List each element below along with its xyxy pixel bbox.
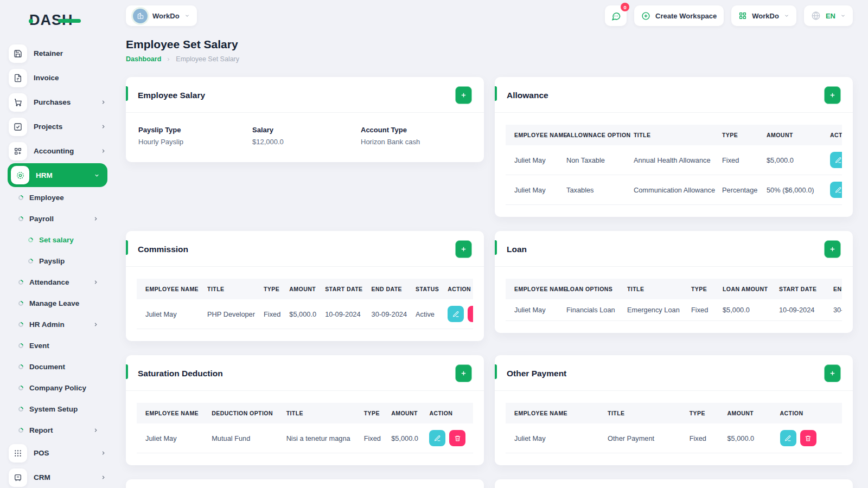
cell: 30-09-2024 — [829, 299, 842, 321]
field-label: Account Type — [361, 126, 472, 134]
brand-logo[interactable]: DASH — [0, 8, 115, 33]
language-selector[interactable]: EN — [804, 5, 853, 26]
brand-logo-text: DASH — [29, 12, 73, 29]
topbar: WorkDo 0 Create Workspace WorkDo — [126, 0, 853, 26]
cell: Communication Allowance — [629, 175, 718, 205]
field-value: $12,000.0 — [252, 138, 361, 146]
commission-card: Commission Employee Name Title Type Amou… — [126, 231, 484, 341]
bullet-icon — [17, 215, 24, 222]
cell: Annual Health Allowance — [629, 145, 718, 175]
edit-button[interactable] — [780, 430, 796, 446]
cell: 30-09-2024 — [367, 299, 411, 329]
cell: Fixed — [259, 299, 285, 329]
chevron-right-icon — [100, 148, 106, 154]
add-employee-salary-button[interactable] — [455, 86, 472, 104]
edit-button[interactable] — [830, 152, 842, 168]
workspace-name: WorkDo — [152, 12, 180, 20]
add-other-payment-button[interactable] — [824, 364, 841, 382]
edit-button[interactable] — [830, 182, 842, 198]
account-type-field: Account Type Horizon Bank cash — [361, 126, 472, 146]
card-title: Saturation Deduction — [138, 369, 223, 378]
sidebar-item-retainer[interactable]: Retainer — [0, 41, 115, 66]
sidebar-item-projects[interactable]: Projects — [0, 114, 115, 139]
bullet-icon — [17, 406, 24, 413]
table-row: Juliet May Other Payment Fixed $5,000.0 — [506, 423, 842, 453]
sidebar-menu: Retainer Invoice Purchases Projects Acco… — [0, 41, 115, 488]
col-header: Action — [826, 125, 842, 145]
payslip-type-field: Payslip Type Hourly Payslip — [138, 126, 252, 146]
col-header: End Date — [829, 279, 842, 299]
col-header: Amount — [285, 279, 321, 299]
sidebar-item-pos[interactable]: POS — [0, 441, 115, 465]
sidebar-item-label: POS — [34, 449, 49, 457]
field-value: Horizon Bank cash — [361, 138, 472, 146]
employee-salary-details: Payslip Type Hourly Payslip Salary $12,0… — [126, 113, 484, 162]
card-header: Saturation Deduction — [126, 355, 484, 391]
create-workspace-button[interactable]: Create Workspace — [634, 5, 724, 26]
sidebar-item-label: CRM — [34, 473, 50, 481]
add-allowance-button[interactable] — [824, 86, 841, 104]
delete-button[interactable] — [468, 306, 473, 322]
allowance-card: Allowance Employee Name Allownace Option… — [495, 77, 853, 217]
edit-button[interactable] — [448, 306, 464, 322]
delete-button[interactable] — [449, 430, 465, 446]
add-commission-button[interactable] — [455, 240, 472, 258]
sidebar-item-label: Document — [29, 363, 65, 371]
cards-grid: Employee Salary Payslip Type Hourly Pays… — [126, 77, 853, 488]
workspace-selector[interactable]: WorkDo — [126, 5, 197, 26]
overtime-card: Overtime — [126, 479, 484, 488]
cell: Juliet May — [506, 423, 603, 453]
sidebar-item-hr-admin[interactable]: HR Admin — [0, 314, 115, 335]
sidebar-item-manage-leave[interactable]: Manage Leave — [0, 293, 115, 314]
edit-button[interactable] — [429, 430, 445, 446]
sidebar-item-purchases[interactable]: Purchases — [0, 90, 115, 114]
sidebar-item-label: Employee — [29, 194, 64, 202]
sidebar-item-event[interactable]: Event — [0, 335, 115, 356]
workspace-dropdown[interactable]: WorkDo — [731, 5, 796, 26]
col-header: Type — [687, 279, 718, 299]
breadcrumb: Dashboard Employee Set Salary — [126, 55, 853, 63]
cell: 10-09-2024 — [321, 299, 367, 329]
loan-card: Loan Employee Name Loan Options Title Ty… — [495, 231, 853, 333]
field-value: Hourly Payslip — [138, 138, 252, 146]
sidebar-item-report[interactable]: Report — [0, 420, 115, 441]
grid-plus-icon — [9, 142, 27, 160]
table-row: Juliet May Taxables Communication Allowa… — [506, 175, 842, 205]
col-header: Start Date — [321, 279, 367, 299]
table-header-row: Employee Name Title Type Amount Action — [506, 403, 842, 423]
delete-button[interactable] — [800, 430, 816, 446]
sidebar-item-attendance[interactable]: Attendance — [0, 272, 115, 293]
sidebar-item-employee[interactable]: Employee — [0, 187, 115, 208]
add-loan-button[interactable] — [824, 240, 841, 258]
col-header: Deduction Option — [207, 403, 282, 423]
topbar-actions: 0 Create Workspace WorkDo EN — [605, 5, 853, 26]
sidebar-item-label: Accounting — [34, 147, 74, 155]
commission-table: Employee Name Title Type Amount Start Da… — [137, 279, 473, 329]
sidebar-item-company-policy[interactable]: Company Policy — [0, 377, 115, 399]
cell: $5,000.0 — [718, 299, 775, 321]
breadcrumb-dashboard-link[interactable]: Dashboard — [126, 55, 161, 63]
apps-grid-icon — [738, 11, 747, 20]
sidebar-item-system-setup[interactable]: System Setup — [0, 399, 115, 420]
cell: Other Payment — [603, 423, 685, 453]
floppy-disk-icon — [9, 44, 27, 63]
cell: $5,000.0 — [762, 145, 826, 175]
card-title: Loan — [507, 245, 527, 254]
col-header: Type — [685, 403, 723, 423]
sidebar-item-set-salary[interactable]: Set salary — [0, 229, 115, 251]
card-header: Loan — [495, 231, 853, 267]
sidebar-item-accounting[interactable]: Accounting — [0, 139, 115, 163]
col-header: Title — [282, 403, 360, 423]
cell: Juliet May — [137, 423, 207, 453]
messages-button[interactable]: 0 — [605, 5, 627, 26]
sidebar-item-hrm[interactable]: HRM — [8, 163, 107, 187]
sidebar-item-invoice[interactable]: Invoice — [0, 66, 115, 90]
sidebar-item-payroll[interactable]: Payroll — [0, 208, 115, 229]
workspace-dropdown-label: WorkDo — [752, 12, 779, 20]
cell: PHP Developer — [203, 299, 259, 329]
sidebar-item-crm[interactable]: CRM — [0, 465, 115, 488]
add-saturation-deduction-button[interactable] — [455, 364, 472, 382]
sidebar-item-payslip[interactable]: Payslip — [0, 251, 115, 272]
sidebar-item-document[interactable]: Document — [0, 356, 115, 377]
cell: Nisi a tenetur magna — [282, 423, 360, 453]
